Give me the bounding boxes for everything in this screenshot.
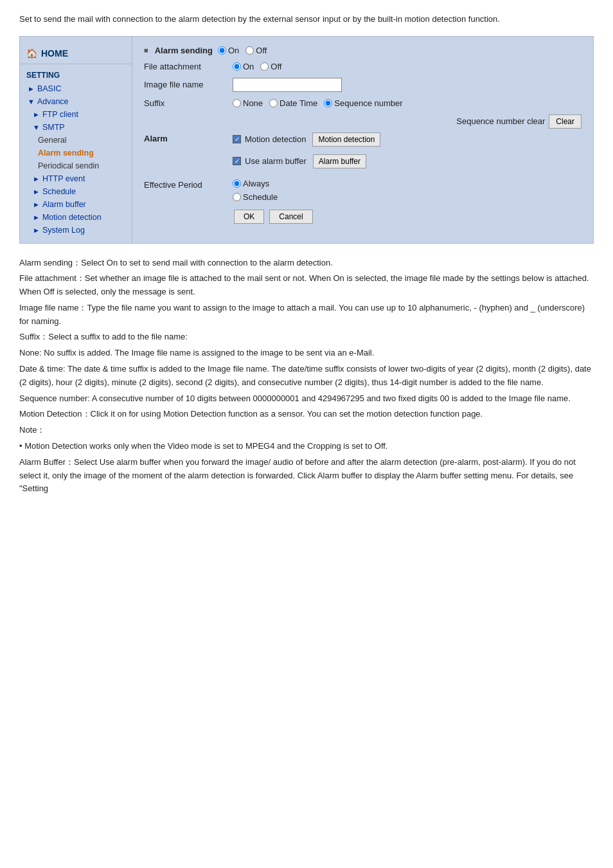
effective-period-label: Effective Period <box>144 179 227 190</box>
alarm-on-label: On <box>228 46 239 55</box>
cancel-button[interactable]: Cancel <box>269 210 312 224</box>
sidebar-item-label: Schedule <box>42 187 76 196</box>
image-file-name-row: Image file name <box>144 78 582 92</box>
schedule-radio[interactable] <box>233 193 241 201</box>
alarm-buffer-button[interactable]: Alarm buffer <box>313 154 366 168</box>
file-attachment-row: File attachment On Off <box>144 62 582 71</box>
suffix-none-option[interactable]: None <box>233 98 263 108</box>
arrow-icon: ► <box>33 175 40 183</box>
sidebar: 🏠 HOME SETTING ► BASIC ▼ Advance ► FTP c… <box>20 37 132 243</box>
seq-clear-row: Sequence number clear Clear <box>144 114 582 129</box>
file-off-option[interactable]: Off <box>260 62 281 71</box>
file-off-label: Off <box>271 62 281 71</box>
arrow-icon: ► <box>33 188 40 195</box>
sidebar-item-system-log[interactable]: ► System Log <box>20 224 132 237</box>
file-attachment-radio-group: On Off <box>233 62 281 71</box>
home-icon: 🏠 <box>26 48 37 59</box>
sidebar-item-label: Motion detection <box>42 213 102 222</box>
sidebar-item-general[interactable]: General <box>20 134 132 147</box>
setting-label: SETTING <box>20 68 132 82</box>
clear-button[interactable]: Clear <box>549 114 582 129</box>
alarm-sending-row: ■ Alarm sending On Off <box>144 46 582 55</box>
seq-clear-label: Sequence number clear <box>456 116 545 126</box>
content-area: ■ Alarm sending On Off File attachment O… <box>132 37 593 243</box>
arrow-icon: ► <box>33 201 40 208</box>
file-on-radio[interactable] <box>233 62 241 71</box>
image-file-name-input[interactable] <box>233 78 342 92</box>
suffix-label: Suffix <box>144 98 227 108</box>
desc-3: Suffix：Select a suffix to add to the fil… <box>19 330 594 344</box>
desc-10: Alarm Buffer：Select Use alarm buffer whe… <box>19 456 594 496</box>
sidebar-item-smtp[interactable]: ▼ SMTP <box>20 121 132 134</box>
sidebar-item-label: HTTP event <box>42 174 85 183</box>
main-panel: 🏠 HOME SETTING ► BASIC ▼ Advance ► FTP c… <box>19 36 594 244</box>
descriptions-section: Alarm sending：Select On to set to send m… <box>19 257 594 496</box>
file-on-label: On <box>243 62 254 71</box>
home-label: HOME <box>41 48 68 59</box>
suffix-datetime-option[interactable]: Date Time <box>269 98 317 108</box>
suffix-none-radio[interactable] <box>233 99 241 107</box>
sidebar-item-advance[interactable]: ▼ Advance <box>20 95 132 108</box>
alarm-checkboxes: ✓ Motion detection Motion detection ✓ Us… <box>233 132 380 172</box>
sidebar-item-label: SMTP <box>42 123 65 132</box>
alarm-sending-icon: ■ <box>144 46 148 54</box>
suffix-sequence-radio[interactable] <box>324 99 332 107</box>
desc-7: Motion Detection：Click it on for using M… <box>19 408 594 421</box>
alarm-buffer-label: Use alarm buffer <box>245 156 306 166</box>
arrow-icon: ► <box>33 213 40 221</box>
file-attachment-label: File attachment <box>144 62 227 71</box>
alarm-on-option[interactable]: On <box>218 46 239 55</box>
sidebar-home[interactable]: 🏠 HOME <box>20 43 132 64</box>
arrow-icon: ► <box>28 85 35 93</box>
sidebar-item-ftp[interactable]: ► FTP client <box>20 108 132 121</box>
schedule-option[interactable]: Schedule <box>233 192 278 202</box>
arrow-icon: ▼ <box>28 98 35 105</box>
sidebar-item-label: BASIC <box>37 84 62 93</box>
desc-9: • Motion Detection works only when the V… <box>19 440 594 453</box>
sidebar-item-schedule[interactable]: ► Schedule <box>20 185 132 198</box>
suffix-sequence-option[interactable]: Sequence number <box>324 98 402 108</box>
image-file-name-label: Image file name <box>144 80 227 89</box>
file-off-radio[interactable] <box>260 62 269 71</box>
alarm-off-radio[interactable] <box>245 46 254 55</box>
suffix-datetime-radio[interactable] <box>269 99 278 107</box>
sidebar-item-http[interactable]: ► HTTP event <box>20 172 132 185</box>
sidebar-item-basic[interactable]: ► BASIC <box>20 82 132 95</box>
sidebar-item-alarm-buffer[interactable]: ► Alarm buffer <box>20 198 132 211</box>
sidebar-item-label: Alarm sending <box>38 149 94 158</box>
arrow-icon: ► <box>33 226 40 234</box>
suffix-none-label: None <box>243 98 263 108</box>
suffix-radio-group: None Date Time Sequence number <box>233 98 403 108</box>
sidebar-item-label: FTP client <box>42 110 78 119</box>
sidebar-item-alarm-sending[interactable]: Alarm sending <box>20 147 132 159</box>
alarm-sending-radio-group: On Off <box>218 46 267 55</box>
arrow-icon: ▼ <box>33 123 40 131</box>
alarm-on-radio[interactable] <box>218 46 226 55</box>
alarm-off-label: Off <box>256 46 267 55</box>
desc-8: Note： <box>19 424 594 437</box>
sidebar-item-label: Alarm buffer <box>42 200 86 209</box>
motion-detection-checkbox[interactable]: ✓ <box>233 135 241 143</box>
effective-period-row: Effective Period Always Schedule <box>144 179 582 202</box>
sidebar-item-periodical[interactable]: Periodical sendin <box>20 159 132 172</box>
alarm-buffer-checkbox[interactable]: ✓ <box>233 157 241 165</box>
desc-4: None: No suffix is added. The Image file… <box>19 347 594 360</box>
always-radio[interactable] <box>233 179 241 188</box>
alarm-off-option[interactable]: Off <box>245 46 267 55</box>
desc-5: Date & time: The date & time suffix is a… <box>19 363 594 390</box>
sidebar-item-motion-detection[interactable]: ► Motion detection <box>20 211 132 224</box>
suffix-row: Suffix None Date Time Sequence number <box>144 98 582 108</box>
intro-text: Set to send the mail with connection to … <box>19 13 594 26</box>
suffix-datetime-label: Date Time <box>280 98 317 108</box>
alarm-sending-label: Alarm sending <box>155 46 213 55</box>
alarm-label: Alarm <box>144 132 227 143</box>
ok-button[interactable]: OK <box>234 210 264 224</box>
always-option[interactable]: Always <box>233 179 278 188</box>
sidebar-item-label: General <box>38 136 66 145</box>
motion-detection-button[interactable]: Motion detection <box>312 132 380 147</box>
motion-detection-label: Motion detection <box>245 134 306 144</box>
desc-2: Image file name：Type the file name you w… <box>19 302 594 329</box>
schedule-label: Schedule <box>243 192 278 202</box>
motion-detection-row: ✓ Motion detection Motion detection <box>233 132 380 147</box>
file-on-option[interactable]: On <box>233 62 254 71</box>
